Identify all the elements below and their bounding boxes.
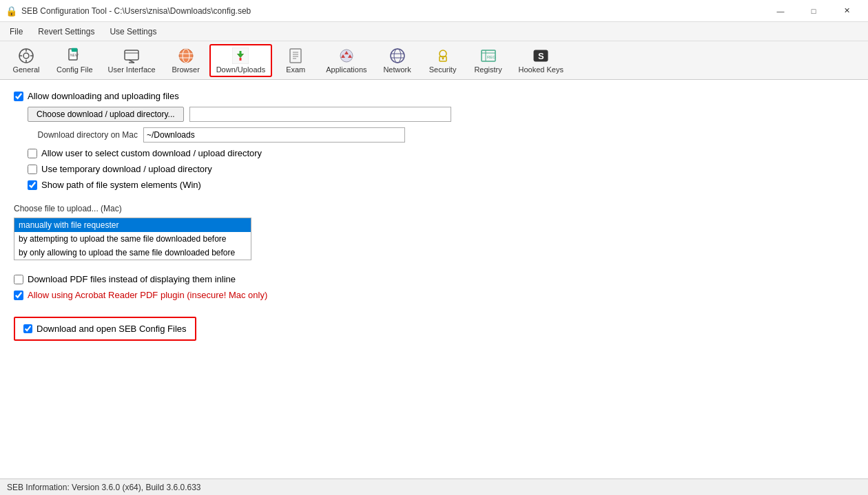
allow-acrobat-row: Allow using Acrobat Reader PDF plugin (i… [14,290,854,300]
svg-point-1 [23,53,29,59]
show-path-checkbox[interactable] [28,180,37,190]
hooked-keys-icon: S [533,48,549,64]
upload-section: Choose file to upload... (Mac) manually … [14,204,854,260]
status-text: SEB Information: Version 3.6.0 (x64), Bu… [7,483,201,492]
tab-registry-label: Registry [474,65,502,74]
svg-text:REG: REG [487,55,496,59]
upload-option-2[interactable]: by only allowing to upload the same file… [14,246,251,260]
allow-custom-dir-label[interactable]: Allow user to select custom download / u… [41,148,262,158]
tab-registry[interactable]: REG Registry [466,44,510,77]
upload-label: Choose file to upload... (Mac) [14,204,854,213]
svg-text:S: S [538,51,544,61]
tab-security[interactable]: Security [421,44,465,77]
tab-general-label: General [12,65,39,74]
title-bar: 🔒 SEB Configuration Tool - C:\Users\znis… [0,0,868,22]
title-bar-controls: — □ ✕ [765,0,862,22]
use-temp-dir-row: Use temporary download / upload director… [28,164,854,174]
allow-download-upload-row: Allow downloading and uploading files [14,91,854,101]
tab-config-label: Config File [56,65,93,74]
use-temp-dir-label[interactable]: Use temporary download / upload director… [41,164,212,174]
tab-network[interactable]: Network [375,44,420,77]
app-icon: 🔒 [6,6,17,17]
show-path-row: Show path of file system elements (Win) [28,180,854,190]
browser-icon [178,48,194,64]
allow-custom-dir-row: Allow user to select custom download / u… [28,148,854,158]
tab-exam[interactable]: Exam [273,44,318,77]
choose-dir-button[interactable]: Choose download / upload directory... [28,107,184,122]
mac-dir-input[interactable] [143,127,405,143]
tab-down-uploads[interactable]: Down/Uploads [209,44,273,77]
tab-general[interactable]: General [4,44,48,77]
allow-download-upload-label[interactable]: Allow downloading and uploading files [28,91,179,101]
general-icon [18,48,34,64]
tab-exam-label: Exam [286,65,305,74]
tab-applications-label: Applications [326,65,366,74]
seb-config-checkbox[interactable] [23,324,32,333]
down-uploads-icon [232,48,249,64]
allow-acrobat-checkbox[interactable] [14,291,23,300]
close-button[interactable]: ✕ [831,0,862,22]
download-section: Choose download / upload directory... Do… [28,107,854,190]
applications-icon [338,48,355,64]
tab-config-file[interactable]: NEW Config File [50,44,100,77]
window-title: SEB Configuration Tool - C:\Users\znisa\… [21,6,251,16]
tab-down-uploads-label: Down/Uploads [216,65,266,74]
tab-user-interface[interactable]: User Interface [101,44,163,77]
svg-rect-22 [290,49,301,63]
menu-file[interactable]: File [3,24,30,39]
choose-dir-row: Choose download / upload directory... [28,107,854,122]
mac-dir-label: Download directory on Mac [28,130,138,140]
tab-browser-label: Browser [172,65,200,74]
status-bar: SEB Information: Version 3.6.0 (x64), Bu… [0,478,868,495]
tab-applications[interactable]: Applications [319,44,373,77]
network-icon [389,48,406,64]
maximize-button[interactable]: □ [798,0,829,22]
svg-point-37 [442,57,444,59]
minimize-button[interactable]: — [765,0,796,22]
download-pdf-row: Download PDF files instead of displaying… [14,274,854,284]
use-temp-dir-checkbox[interactable] [28,165,37,174]
seb-config-label[interactable]: Download and open SEB Config Files [37,324,187,334]
menu-bar: File Revert Settings Use Settings [0,22,868,41]
upload-option-0[interactable]: manually with file requester [14,218,251,232]
svg-rect-19 [240,58,242,61]
exam-icon [287,48,304,64]
svg-point-13 [179,49,193,63]
show-path-label[interactable]: Show path of file system elements (Win) [41,180,201,190]
tab-hooked-keys-label: Hooked Keys [519,65,564,74]
allow-acrobat-label[interactable]: Allow using Acrobat Reader PDF plugin (i… [28,290,267,300]
svg-rect-7 [72,48,77,52]
mac-dir-row: Download directory on Mac [28,127,854,143]
allow-custom-dir-checkbox[interactable] [28,149,37,158]
tab-ui-label: User Interface [108,65,156,74]
svg-rect-9 [125,50,138,60]
svg-point-32 [394,49,401,63]
svg-rect-21 [240,51,242,54]
security-icon [435,48,451,64]
svg-text:NEW: NEW [70,53,79,57]
tab-network-label: Network [383,65,411,74]
download-pdf-label[interactable]: Download PDF files instead of displaying… [28,274,236,284]
dir-input[interactable] [189,107,451,122]
upload-listbox: manually with file requester by attempti… [14,218,251,260]
tab-hooked-keys[interactable]: S Hooked Keys [512,44,570,77]
allow-download-upload-checkbox[interactable] [14,92,23,101]
svg-point-31 [391,49,404,63]
seb-config-section: Download and open SEB Config Files [14,317,196,341]
toolbar: General NEW Config File User Interface [0,41,868,80]
user-interface-icon [123,48,140,64]
config-file-icon: NEW [66,48,83,64]
registry-icon: REG [480,48,497,64]
pdf-section: Download PDF files instead of displaying… [14,274,854,300]
download-pdf-checkbox[interactable] [14,275,23,284]
tab-security-label: Security [429,65,457,74]
main-content: Allow downloading and uploading files Ch… [0,80,868,478]
menu-revert-settings[interactable]: Revert Settings [31,24,101,39]
title-bar-left: 🔒 SEB Configuration Tool - C:\Users\znis… [6,6,251,17]
upload-option-1[interactable]: by attempting to upload the same file do… [14,232,251,246]
tab-browser[interactable]: Browser [164,44,208,77]
menu-use-settings[interactable]: Use Settings [103,24,163,39]
